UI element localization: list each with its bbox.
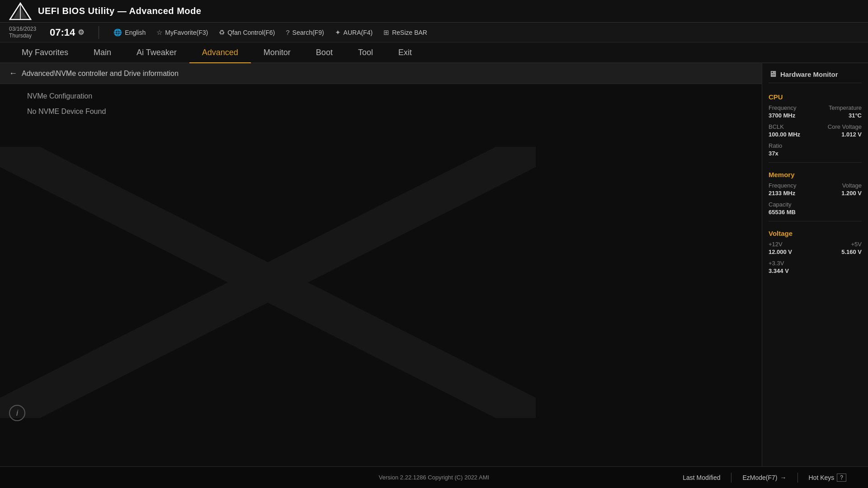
topbar-resize-label: ReSize BAR	[392, 29, 427, 36]
hardware-monitor-panel: 🖥 Hardware Monitor CPU Frequency Tempera…	[762, 63, 868, 466]
nav-ai-tweaker[interactable]: Ai Tweaker	[124, 42, 189, 63]
nav-main[interactable]: Main	[81, 42, 124, 63]
topbar-search-label: Search(F9)	[292, 29, 324, 36]
last-modified-label: Last Modified	[683, 474, 720, 481]
cpu-bclk-row: BCLK Core Voltage	[769, 123, 862, 130]
nav-advanced[interactable]: Advanced	[189, 42, 251, 63]
last-modified-button[interactable]: Last Modified	[672, 472, 731, 483]
voltage-section-title: Voltage	[769, 230, 862, 237]
cpu-corevoltage-value: 1.012 V	[841, 131, 862, 138]
clock: 07:14 ⚙	[50, 27, 84, 38]
volt-5v-label: +5V	[851, 241, 862, 248]
cpu-bclk-value-row: 100.00 MHz 1.012 V	[769, 131, 862, 138]
cpu-frequency-value-row: 3700 MHz 31°C	[769, 112, 862, 119]
volt-12v-value-row: 12.000 V 5.160 V	[769, 249, 862, 255]
topbar-qfan[interactable]: ♻ Qfan Control(F6)	[219, 28, 275, 37]
mem-voltage-label: Voltage	[842, 182, 862, 189]
footer-version: Version 2.22.1286 Copyright (C) 2022 AMI	[293, 474, 575, 481]
topbar-resize[interactable]: ⊞ ReSize BAR	[383, 28, 427, 37]
day-label: Thursday	[9, 33, 32, 39]
star-icon: ☆	[156, 28, 162, 37]
fan-icon: ♻	[219, 28, 225, 37]
cpu-ratio-value: 37x	[769, 150, 778, 157]
info-circle-icon[interactable]: i	[9, 405, 25, 421]
topbar-aura-label: AURA(F4)	[344, 29, 373, 36]
topbar-aura[interactable]: ✦ AURA(F4)	[335, 28, 373, 37]
resize-icon: ⊞	[383, 28, 389, 37]
footer-right: Last Modified EzMode(F7) → Hot Keys ?	[575, 472, 857, 483]
mem-voltage-value: 1.200 V	[841, 190, 862, 197]
topbar-qfan-label: Qfan Control(F6)	[227, 29, 275, 36]
bg-decoration	[0, 147, 536, 418]
settings-icon[interactable]: ⚙	[78, 28, 84, 37]
cpu-frequency-row: Frequency Temperature	[769, 104, 862, 111]
volt-33v-row: +3.3V	[769, 260, 862, 267]
cpu-corevoltage-label: Core Voltage	[828, 123, 862, 130]
topbar-english-label: English	[125, 29, 146, 36]
hot-keys-icon: ?	[837, 474, 846, 482]
list-item[interactable]: NVMe Configuration	[0, 89, 762, 104]
aura-icon: ✦	[335, 28, 341, 37]
info-button[interactable]: i	[9, 405, 25, 421]
breadcrumb-bar: ← Advanced\NVMe controller and Drive inf…	[0, 63, 762, 84]
divider	[99, 26, 99, 39]
topbar-myfavorite[interactable]: ☆ MyFavorite(F3)	[156, 28, 208, 37]
mem-freq-row: Frequency Voltage	[769, 182, 862, 189]
mem-freq-value-row: 2133 MHz 1.200 V	[769, 190, 862, 197]
cpu-frequency-value: 3700 MHz	[769, 112, 795, 119]
content-wrapper: ← Advanced\NVMe controller and Drive inf…	[0, 63, 868, 466]
ez-mode-label: EzMode(F7)	[742, 474, 777, 481]
breadcrumb: Advanced\NVMe controller and Drive infor…	[22, 70, 179, 78]
main-panel: ← Advanced\NVMe controller and Drive inf…	[0, 63, 762, 466]
globe-icon: 🌐	[113, 28, 122, 37]
memory-section-title: Memory	[769, 171, 862, 178]
nav-my-favorites[interactable]: My Favorites	[9, 42, 81, 63]
topbar-english[interactable]: 🌐 English	[113, 28, 146, 37]
svg-line-4	[0, 147, 536, 418]
cpu-temperature-value: 31°C	[849, 112, 862, 119]
items-list: NVMe Configuration No NVME Device Found	[0, 84, 762, 124]
topbar-myfavorite-label: MyFavorite(F3)	[165, 29, 208, 36]
volt-33v-value-row: 3.344 V	[769, 267, 862, 274]
hot-keys-button[interactable]: Hot Keys ?	[798, 472, 858, 483]
footer: Version 2.22.1286 Copyright (C) 2022 AMI…	[0, 466, 868, 488]
ez-mode-button[interactable]: EzMode(F7) →	[731, 472, 797, 483]
nav-exit[interactable]: Exit	[386, 42, 425, 63]
mem-capacity-value: 65536 MB	[769, 209, 796, 216]
volt-12v-value: 12.000 V	[769, 249, 792, 255]
topbar: 03/16/2023 Thursday 07:14 ⚙ 🌐 English ☆ …	[0, 23, 868, 42]
header: UEFI BIOS Utility — Advanced Mode	[0, 0, 868, 23]
volt-33v-label: +3.3V	[769, 260, 784, 267]
list-item: No NVME Device Found	[0, 104, 762, 119]
cpu-bclk-value: 100.00 MHz	[769, 131, 800, 138]
topbar-search[interactable]: ? Search(F9)	[286, 28, 324, 36]
cpu-bclk-label: BCLK	[769, 123, 784, 130]
svg-line-5	[0, 147, 536, 418]
hot-keys-label: Hot Keys	[809, 474, 835, 481]
nav-boot[interactable]: Boot	[303, 42, 345, 63]
back-button[interactable]: ←	[9, 69, 17, 78]
nav-monitor[interactable]: Monitor	[251, 42, 303, 63]
mem-capacity-value-row: 65536 MB	[769, 209, 862, 216]
main-nav: My Favorites Main Ai Tweaker Advanced Mo…	[0, 42, 868, 63]
volt-5v-value: 5.160 V	[841, 249, 862, 255]
cpu-temperature-label: Temperature	[829, 104, 862, 111]
time-display: 07:14	[50, 27, 75, 38]
hw-divider-2	[769, 221, 862, 221]
asus-logo	[9, 2, 32, 20]
cpu-section-title: CPU	[769, 93, 862, 101]
cpu-ratio-row: Ratio	[769, 142, 862, 149]
monitor-icon: 🖥	[769, 70, 777, 79]
cpu-ratio-label: Ratio	[769, 142, 782, 149]
mem-capacity-label: Capacity	[769, 201, 792, 208]
volt-33v-value: 3.344 V	[769, 267, 789, 274]
mem-frequency-label: Frequency	[769, 182, 796, 189]
cpu-frequency-label: Frequency	[769, 104, 796, 111]
nav-tool[interactable]: Tool	[345, 42, 386, 63]
cpu-ratio-value-row: 37x	[769, 150, 862, 157]
volt-12v-row: +12V +5V	[769, 241, 862, 248]
mem-frequency-value: 2133 MHz	[769, 190, 795, 197]
app-title: UEFI BIOS Utility — Advanced Mode	[38, 6, 201, 16]
hardware-monitor-title: 🖥 Hardware Monitor	[769, 70, 862, 83]
search-icon: ?	[286, 28, 289, 36]
